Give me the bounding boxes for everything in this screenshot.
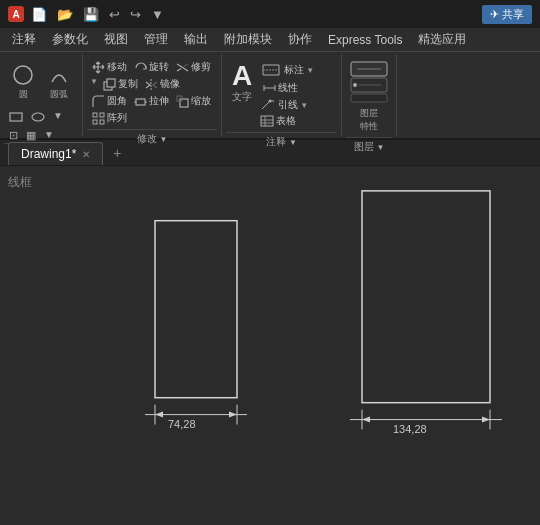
text-big-char: A bbox=[232, 62, 252, 90]
title-bar-icons: A 📄 📂 💾 ↩ ↪ ▼ bbox=[8, 5, 167, 24]
copy-button[interactable]: 复制 bbox=[100, 76, 141, 92]
more-shapes-icon[interactable]: ▼ bbox=[50, 109, 66, 128]
gradient-icon[interactable]: ▦ bbox=[23, 128, 39, 143]
save-icon[interactable]: 💾 bbox=[80, 5, 102, 24]
redo-icon[interactable]: ↪ bbox=[127, 5, 144, 24]
menu-output[interactable]: 输出 bbox=[176, 29, 216, 50]
title-bar: A 📄 📂 💾 ↩ ↪ ▼ ✈ 共享 bbox=[0, 0, 540, 28]
more-draw-icon[interactable]: ▼ bbox=[41, 128, 57, 143]
scale-button[interactable]: 缩放 bbox=[173, 93, 214, 109]
mirror-button[interactable]: 镜像 bbox=[142, 76, 183, 92]
svg-point-2 bbox=[32, 113, 44, 121]
rotate-label: 旋转 bbox=[149, 60, 169, 74]
stretch-button[interactable]: 拉伸 bbox=[131, 93, 172, 109]
text-button[interactable]: A 文字 bbox=[228, 60, 256, 106]
move-label: 移动 bbox=[107, 60, 127, 74]
canvas-area[interactable]: 线框 74,28 134,28 bbox=[0, 166, 540, 523]
svg-rect-13 bbox=[100, 120, 104, 124]
arc-button[interactable]: 圆弧 bbox=[42, 60, 76, 105]
linear-dim-button[interactable]: 线性 bbox=[260, 80, 314, 96]
stretch-label: 拉伸 bbox=[149, 94, 169, 108]
linear-label: 线性 bbox=[278, 81, 298, 95]
svg-point-0 bbox=[14, 66, 32, 84]
layer-properties-label[interactable]: 图层特性 bbox=[360, 107, 378, 133]
table-label[interactable]: 表格 bbox=[276, 114, 296, 128]
ellipse-icon[interactable] bbox=[28, 109, 48, 128]
trim-more-icon[interactable]: ▼ bbox=[89, 76, 99, 92]
arc-label: 圆弧 bbox=[50, 88, 68, 101]
svg-rect-10 bbox=[93, 113, 97, 117]
svg-rect-24 bbox=[261, 116, 273, 126]
svg-rect-12 bbox=[93, 120, 97, 124]
svg-line-3 bbox=[183, 64, 188, 67]
menu-addons[interactable]: 附加模块 bbox=[216, 29, 280, 50]
array-label: 阵列 bbox=[107, 111, 127, 125]
svg-point-32 bbox=[353, 83, 357, 87]
annotation-group-label: 注释 ▼ bbox=[226, 132, 337, 151]
rotate-button[interactable]: 旋转 bbox=[131, 59, 172, 75]
undo-icon[interactable]: ↩ bbox=[106, 5, 123, 24]
trim-button[interactable]: 修剪 bbox=[173, 59, 214, 75]
scale-label: 缩放 bbox=[191, 94, 211, 108]
open-icon[interactable]: 📂 bbox=[54, 5, 76, 24]
move-button[interactable]: 移动 bbox=[89, 59, 130, 75]
layer-section: 图层特性 图层 ▼ bbox=[342, 54, 397, 136]
menu-annotate[interactable]: 注释 bbox=[4, 29, 44, 50]
circle-button[interactable]: 圆 bbox=[6, 60, 40, 105]
menu-express-tools[interactable]: Express Tools bbox=[320, 31, 410, 49]
svg-marker-37 bbox=[155, 412, 163, 418]
ribbon: 圆 圆弧 ▼ ⊡ ▦ ▼ 绘图 ▼ bbox=[0, 52, 540, 140]
mirror-label: 镜像 bbox=[160, 77, 180, 91]
menu-collaborate[interactable]: 协作 bbox=[280, 29, 320, 50]
annotation-section: A 文字 标注 ▼ bbox=[222, 54, 342, 136]
svg-rect-11 bbox=[100, 113, 104, 117]
fillet-button[interactable]: 圆角 bbox=[89, 93, 130, 109]
dimension-label[interactable]: 标注 bbox=[284, 63, 304, 77]
rectangle-1 bbox=[155, 221, 237, 398]
add-tab-button[interactable]: + bbox=[105, 141, 129, 165]
rectangle-icon[interactable] bbox=[6, 109, 26, 128]
new-file-icon[interactable]: 📄 bbox=[28, 5, 50, 24]
menu-parametric[interactable]: 参数化 bbox=[44, 29, 96, 50]
leader-label[interactable]: 引线 bbox=[278, 98, 298, 112]
leader-dropdown-icon[interactable]: ▼ bbox=[300, 101, 308, 110]
svg-rect-8 bbox=[180, 99, 188, 107]
menu-view[interactable]: 视图 bbox=[96, 29, 136, 50]
drawing-canvas bbox=[0, 166, 540, 523]
array-button[interactable]: 阵列 bbox=[89, 110, 130, 126]
draw-shapes-section: 圆 圆弧 ▼ ⊡ ▦ ▼ 绘图 ▼ bbox=[0, 54, 83, 136]
dimension-value-1: 74,28 bbox=[168, 418, 196, 430]
share-button[interactable]: ✈ 共享 bbox=[482, 5, 532, 24]
menu-manage[interactable]: 管理 bbox=[136, 29, 176, 50]
svg-rect-30 bbox=[351, 94, 387, 102]
svg-marker-38 bbox=[229, 412, 237, 418]
drawing-tab[interactable]: Drawing1* ✕ bbox=[8, 142, 103, 165]
svg-rect-1 bbox=[10, 113, 22, 121]
more-icon[interactable]: ▼ bbox=[148, 5, 167, 24]
dimension-value-2: 134,28 bbox=[393, 423, 427, 435]
layer-group-label: 图层 ▼ bbox=[346, 137, 392, 156]
circle-label: 圆 bbox=[19, 88, 28, 101]
hatch-icon[interactable]: ⊡ bbox=[6, 128, 21, 143]
fillet-label: 圆角 bbox=[107, 94, 127, 108]
svg-rect-5 bbox=[107, 79, 115, 87]
trim-label: 修剪 bbox=[191, 60, 211, 74]
svg-marker-43 bbox=[482, 417, 490, 423]
dim-dropdown-icon[interactable]: ▼ bbox=[306, 66, 314, 75]
tab-label: Drawing1* bbox=[21, 147, 76, 161]
app-icon: A bbox=[8, 6, 24, 22]
menu-bar: 注释 参数化 视图 管理 输出 附加模块 协作 Express Tools 精选… bbox=[0, 28, 540, 52]
text-label: 文字 bbox=[232, 90, 252, 104]
menu-featured[interactable]: 精选应用 bbox=[410, 29, 474, 50]
copy-label: 复制 bbox=[118, 77, 138, 91]
tab-close-icon[interactable]: ✕ bbox=[82, 149, 90, 160]
svg-rect-7 bbox=[136, 99, 145, 105]
canvas-label: 线框 bbox=[8, 174, 32, 191]
svg-marker-42 bbox=[362, 417, 370, 423]
rectangle-2 bbox=[362, 191, 490, 403]
modify-section: 移动 旋转 修剪 ▼ 复制 镜像 圆角 bbox=[83, 54, 222, 136]
